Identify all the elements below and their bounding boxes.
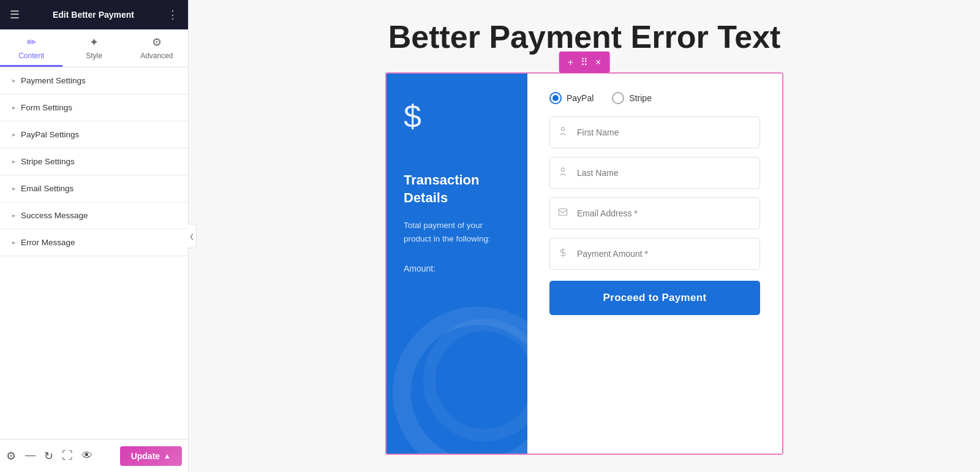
svg-rect-2 — [559, 209, 567, 216]
sidebar-item-paypal-settings[interactable]: ▸ PayPal Settings — [0, 121, 188, 148]
widget-toolbar: + ⠿ × — [559, 51, 610, 73]
sidebar-header: ☰ Edit Better Payment ⋮ — [0, 0, 188, 29]
sidebar-item-form-settings[interactable]: ▸ Form Settings — [0, 94, 188, 121]
sidebar-footer: ⚙ ⸻ ↻ ⛶ 👁 Update ▲ — [0, 439, 188, 472]
sidebar-item-email-settings[interactable]: ▸ Email Settings — [0, 175, 188, 202]
update-chevron-icon: ▲ — [164, 452, 171, 460]
chevron-icon: ▸ — [12, 238, 16, 246]
toolbar-close-button[interactable]: × — [593, 56, 603, 69]
sidebar: ☰ Edit Better Payment ⋮ ✏ Content ✦ Styl… — [0, 0, 189, 472]
chevron-icon: ▸ — [12, 131, 16, 139]
payment-method-row: PayPal Stripe — [549, 92, 760, 104]
style-tab-label: Style — [86, 51, 102, 60]
transaction-desc: Total payment of your product in the fol… — [404, 219, 510, 245]
menu-item-label: Email Settings — [21, 184, 74, 193]
grid-icon[interactable]: ⋮ — [167, 8, 178, 21]
menu-item-label: Payment Settings — [21, 76, 86, 85]
person-icon — [558, 126, 568, 139]
payment-amount-input[interactable] — [549, 238, 760, 270]
email-field-wrapper — [549, 197, 760, 229]
payment-widget-wrapper: + ⠿ × $ Transaction Details Total paymen… — [385, 72, 783, 455]
sidebar-item-success-message[interactable]: ▸ Success Message — [0, 202, 188, 229]
menu-item-label: PayPal Settings — [21, 130, 79, 139]
footer-icons: ⚙ ⸻ ↻ ⛶ 👁 — [6, 449, 92, 463]
advanced-tab-icon: ⚙ — [152, 36, 162, 49]
last-name-input[interactable] — [549, 157, 760, 189]
transaction-title: Transaction Details — [404, 172, 510, 207]
tab-style[interactable]: ✦ Style — [62, 29, 125, 67]
stripe-radio-option[interactable]: Stripe — [612, 92, 652, 104]
toolbar-move-button[interactable]: ⠿ — [578, 55, 590, 69]
chevron-icon: ▸ — [12, 185, 16, 192]
first-name-field-wrapper — [549, 116, 760, 148]
svg-point-0 — [561, 128, 564, 131]
dollar-sign: $ — [404, 98, 510, 135]
menu-item-label: Error Message — [21, 238, 75, 247]
stripe-label: Stripe — [629, 93, 652, 103]
widget-right-panel: PayPal Stripe — [527, 74, 782, 454]
collapse-handle[interactable]: ❮ — [187, 224, 197, 248]
content-tab-label: Content — [18, 51, 44, 60]
svg-point-1 — [561, 168, 564, 171]
paypal-label: PayPal — [567, 93, 594, 103]
payment-amount-field-wrapper — [549, 238, 760, 270]
chevron-icon: ▸ — [12, 77, 16, 85]
amount-label: Amount: — [404, 264, 510, 273]
dollar-input-icon — [558, 248, 568, 260]
sidebar-title: Edit Better Payment — [53, 10, 134, 20]
paypal-radio-inner — [552, 95, 559, 101]
update-label: Update — [131, 451, 160, 461]
sidebar-item-payment-settings[interactable]: ▸ Payment Settings — [0, 67, 188, 94]
menu-item-label: Success Message — [21, 211, 88, 220]
mail-icon — [558, 207, 568, 219]
chevron-icon: ▸ — [12, 104, 16, 112]
update-button[interactable]: Update ▲ — [120, 446, 182, 466]
tab-advanced[interactable]: ⚙ Advanced — [126, 29, 188, 67]
stripe-radio-circle — [612, 92, 624, 104]
style-tab-icon: ✦ — [89, 36, 99, 49]
proceed-to-payment-button[interactable]: Proceed to Payment — [549, 281, 760, 315]
person-icon — [558, 167, 568, 179]
crop-icon[interactable]: ⛶ — [62, 449, 73, 462]
toolbar-add-button[interactable]: + — [565, 56, 576, 69]
sidebar-item-error-message[interactable]: ▸ Error Message — [0, 229, 188, 256]
tab-content[interactable]: ✏ Content — [0, 29, 62, 67]
page-title: Better Payment Error Text — [388, 18, 781, 55]
gear-icon[interactable]: ⚙ — [6, 449, 16, 463]
content-tab-icon: ✏ — [27, 36, 36, 49]
last-name-field-wrapper — [549, 157, 760, 189]
sidebar-menu: ▸ Payment Settings ▸ Form Settings ▸ Pay… — [0, 67, 188, 439]
chevron-icon: ▸ — [12, 158, 16, 166]
sidebar-tabs: ✏ Content ✦ Style ⚙ Advanced — [0, 29, 188, 67]
paypal-radio-circle — [549, 92, 562, 104]
email-input[interactable] — [549, 197, 760, 229]
advanced-tab-label: Advanced — [140, 51, 173, 60]
sidebar-item-stripe-settings[interactable]: ▸ Stripe Settings — [0, 148, 188, 175]
main-content: Better Payment Error Text + ⠿ × $ Transa… — [189, 0, 980, 472]
eye-icon[interactable]: 👁 — [81, 449, 92, 462]
chevron-icon: ▸ — [12, 211, 16, 219]
paypal-radio-option[interactable]: PayPal — [549, 92, 594, 104]
menu-item-label: Form Settings — [21, 103, 72, 112]
history-icon[interactable]: ↻ — [44, 449, 53, 463]
layers-icon[interactable]: ⸻ — [24, 449, 36, 462]
hamburger-icon[interactable]: ☰ — [10, 8, 20, 21]
menu-item-label: Stripe Settings — [21, 157, 75, 166]
widget-left-panel: $ Transaction Details Total payment of y… — [386, 74, 527, 454]
payment-widget: $ Transaction Details Total payment of y… — [386, 74, 782, 454]
first-name-input[interactable] — [549, 116, 760, 148]
